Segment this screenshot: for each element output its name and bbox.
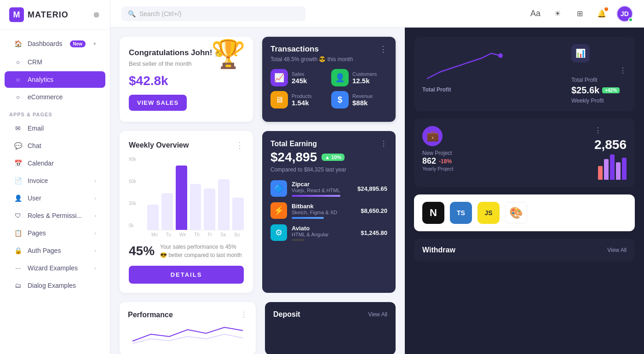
withdraw-view-all[interactable]: View All	[607, 247, 627, 253]
customers-label: Customers	[352, 71, 377, 77]
weekly-header: Weekly Overview ⋮	[129, 140, 244, 150]
main-content: Congratulations John! 🥳 Best seller of t…	[110, 28, 644, 354]
transactions-title: Transactions	[270, 45, 319, 54]
aviato-logo: ⚙	[270, 224, 287, 241]
chevron-right-icon-3: ›	[94, 213, 96, 218]
zipcar-name: Zipcar	[292, 181, 353, 188]
search-box[interactable]: 🔍 Search (Ctrl+/)	[121, 6, 305, 21]
transactions-menu-icon[interactable]: ⋮	[379, 44, 387, 54]
earning-menu-icon[interactable]: ⋮	[380, 139, 387, 148]
figma-logo: 🎨	[505, 202, 527, 224]
np-title: New Project	[422, 150, 589, 156]
profit-stats-section: 📊 ⋮ Total Profit $25.6k +42% Weekly Prof…	[571, 44, 627, 104]
products-info: Products 1.54k	[292, 93, 311, 107]
np-badge: -18%	[439, 158, 452, 165]
chevron-right-icon-2: ›	[94, 195, 96, 201]
bitbank-desc: Sketch, Figma & XD	[292, 210, 356, 215]
performance-chart-svg	[128, 320, 247, 346]
profit-chart-label: Total Profit	[422, 86, 566, 93]
bitbank-name: Bitbank	[292, 203, 356, 210]
weekly-menu-icon[interactable]: ⋮	[236, 140, 244, 150]
profit-dots-row: ⋮	[571, 66, 627, 75]
sidebar-item-dialog[interactable]: 🗂 Dialog Examples	[5, 277, 105, 294]
sidebar-item-invoice[interactable]: 📄 Invoice ›	[5, 172, 105, 189]
customers-value: 12.5k	[352, 77, 377, 85]
np-left: 💼 New Project 862 -18% Yearly Project	[422, 126, 589, 180]
grid-icon[interactable]: ⊞	[572, 6, 587, 21]
auth-icon: 🔒	[14, 247, 22, 254]
bar-tu	[161, 193, 173, 230]
transactions-card: Transactions ⋮ Total 48.5% growth 😎 this…	[262, 37, 396, 122]
sidebar-item-analytics[interactable]: ○ Analytics	[5, 71, 105, 88]
translate-icon[interactable]: Aa	[528, 6, 543, 21]
np-more-icon[interactable]: ⋮	[594, 126, 602, 135]
sidebar-item-auth[interactable]: 🔒 Auth Pages ›	[5, 242, 105, 259]
sidebar-item-user[interactable]: 👤 User ›	[5, 190, 105, 206]
bitbank-progress	[292, 217, 324, 219]
sidebar-item-email[interactable]: ✉ Email	[5, 120, 105, 137]
typescript-logo: TS	[450, 202, 472, 224]
weekly-summary-text: Your sales performance is 45% 😎 better c…	[160, 243, 244, 259]
earning-title: Total Earning	[270, 140, 317, 148]
theme-icon[interactable]: ☀	[550, 6, 565, 21]
sidebar-item-dashboards[interactable]: 🏠 Dashboards New ▾	[5, 35, 105, 52]
view-sales-button[interactable]: VIEW SALES	[129, 95, 187, 111]
aviato-desc: HTML & Angular	[292, 232, 356, 237]
chat-icon: 💬	[14, 142, 22, 149]
np-amount: 862	[422, 156, 436, 166]
weekly-chart-wrap: 90k60k30k0k MoTuWeThFrSaSu	[129, 157, 244, 237]
new-badge: New	[70, 40, 86, 47]
earning-badge: ▲ 10%	[322, 154, 345, 161]
bar-th	[190, 184, 201, 230]
earning-sub: Compared to $84,325 last year	[270, 166, 387, 173]
np-bar-2	[604, 159, 609, 180]
earning-item-bitbank: ⚡ Bitbank Sketch, Figma & XD $8,650.20	[270, 202, 387, 219]
chat-label: Chat	[28, 142, 41, 149]
sidebar-item-wizard[interactable]: ··· Wizard Examples ›	[5, 260, 105, 276]
revenue-label: Revenue	[352, 93, 373, 99]
sidebar-item-chat[interactable]: 💬 Chat	[5, 137, 105, 154]
stat-customers: 👤 Customers 12.5k	[331, 69, 387, 86]
middle-row: Weekly Overview ⋮ 90k60k30k0k	[120, 131, 396, 293]
products-label: Products	[292, 93, 311, 99]
sidebar-item-calendar[interactable]: 📅 Calendar	[5, 155, 105, 171]
sidebar-item-crm[interactable]: ○ CRM	[5, 54, 105, 70]
stat-sales: 📈 Sales 245k	[270, 69, 327, 86]
sidebar-item-ecommerce[interactable]: ○ eCommerce	[5, 89, 105, 105]
earning-item-zipcar: 🔷 Zipcar Vuejs, React & HTML $24,895.65	[270, 180, 387, 197]
withdraw-title: Withdraw	[422, 246, 455, 254]
email-icon: ✉	[14, 125, 22, 132]
profit-more-icon[interactable]: ⋮	[619, 66, 627, 75]
bar-we	[176, 166, 187, 230]
sidebar-item-pages[interactable]: 📋 Pages ›	[5, 225, 105, 241]
performance-menu-icon[interactable]: ⋮	[240, 310, 247, 319]
sidebar-record-icon[interactable]: ⏺	[92, 10, 101, 20]
sidebar-logo: M MATERIO ⏺	[0, 0, 110, 30]
dialog-label: Dialog Examples	[28, 282, 76, 289]
sales-icon: 📈	[270, 69, 288, 86]
bottom-row-left: Performance ⋮ Deposit View All	[120, 302, 396, 354]
bar-su	[232, 198, 244, 230]
zipcar-progress	[292, 195, 340, 197]
profit-chart-section: Total Profit	[422, 44, 566, 104]
np-bar-4	[616, 162, 621, 180]
invoice-icon: 📄	[14, 177, 22, 184]
avatar-wrap: JD	[616, 6, 633, 22]
details-button[interactable]: DETAILS	[129, 266, 244, 284]
profit-title-label: Total Profit	[571, 77, 627, 83]
crm-label: CRM	[28, 58, 42, 66]
analytics-icon: ○	[14, 76, 22, 83]
panel-right: Total Profit 📊 ⋮ Total Profit $25.6k +42…	[405, 28, 644, 354]
deposit-view-all[interactable]: View All	[368, 311, 387, 318]
sidebar-item-roles[interactable]: 🛡 Roles & Permissi... ›	[5, 207, 105, 224]
email-label: Email	[28, 125, 44, 132]
x-axis: MoTuWeThFrSaSu	[147, 232, 244, 237]
notifications-icon[interactable]: 🔔	[594, 6, 609, 21]
earning-header: Total Earning ⋮	[270, 139, 387, 148]
sales-label: Sales	[292, 71, 307, 77]
aviato-name: Aviato	[292, 225, 356, 232]
weekly-title: Weekly Overview	[129, 141, 189, 149]
earning-list: 🔷 Zipcar Vuejs, React & HTML $24,895.65 …	[270, 180, 387, 241]
nextjs-logo: N	[422, 202, 444, 224]
top-row: Congratulations John! 🥳 Best seller of t…	[120, 37, 396, 122]
